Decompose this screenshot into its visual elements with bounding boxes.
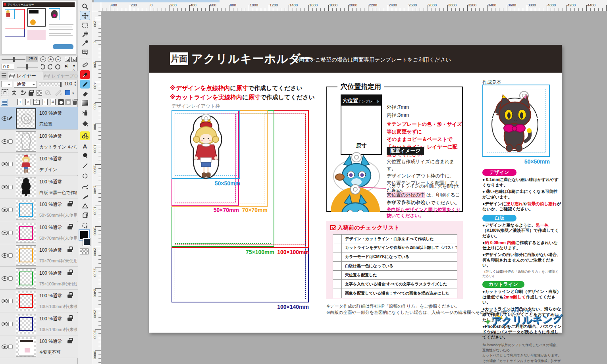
text-tool[interactable]: A bbox=[80, 142, 90, 150]
transfer-to-lower-icon[interactable]: ↓ bbox=[42, 99, 48, 105]
layer-row[interactable]: 100 %通常白版 ※黒一色で作成 bbox=[0, 176, 78, 198]
layer-name[interactable]: 50×50mm枠(未使用) bbox=[39, 212, 77, 218]
layer-visibility-icon[interactable] bbox=[2, 276, 8, 281]
eraser-tool[interactable] bbox=[80, 89, 90, 98]
layer-checkbox[interactable] bbox=[8, 162, 13, 166]
transparent-color-swatch[interactable] bbox=[80, 248, 89, 254]
layer-thumbnail[interactable] bbox=[16, 337, 36, 357]
zoom-out-button[interactable]: − bbox=[40, 56, 46, 62]
delete-layer-icon[interactable] bbox=[71, 99, 78, 106]
layer-checkbox[interactable] bbox=[8, 139, 13, 144]
blend-mode-select[interactable]: 通常 bbox=[14, 81, 37, 88]
new-vector-layer-icon[interactable]: ○ bbox=[25, 99, 31, 105]
layer-visibility-icon[interactable] bbox=[2, 162, 8, 166]
ruler-icon[interactable] bbox=[55, 89, 62, 96]
zoom-slider-handle[interactable] bbox=[13, 57, 15, 62]
background-color-swatch[interactable] bbox=[83, 238, 91, 246]
layer-name[interactable]: 50×70mm枠(未使用) bbox=[39, 235, 77, 241]
layer-edit-target-icon[interactable] bbox=[8, 116, 13, 121]
pen-tool[interactable] bbox=[80, 70, 90, 79]
layer-name[interactable]: デザイン bbox=[39, 167, 77, 173]
checklist-checkbox[interactable] bbox=[333, 235, 342, 243]
opacity-spinner[interactable]: ▲▼ bbox=[74, 81, 77, 87]
checklist-checkbox[interactable] bbox=[333, 271, 342, 279]
layer-row[interactable]: 100 %通常100×100mm枠(未使用) bbox=[0, 290, 78, 312]
layer-visibility-icon[interactable] bbox=[2, 116, 8, 121]
operation-tool[interactable] bbox=[80, 48, 90, 56]
layer-row[interactable]: 100 %通常※変更不可 bbox=[0, 335, 78, 358]
layer-visibility-icon[interactable] bbox=[2, 345, 8, 349]
move-tool[interactable] bbox=[80, 11, 90, 20]
document-page[interactable]: 片面 アクリルキーホルダー ※両面をご希望の場合は両面専用テンプレートをご利用く… bbox=[149, 45, 562, 333]
tab-layer-property[interactable]: レイヤープロパティ bbox=[43, 71, 78, 80]
layer-thumbnail[interactable] bbox=[16, 245, 36, 266]
decoration-tool[interactable] bbox=[80, 131, 90, 140]
layer-visibility-icon[interactable] bbox=[2, 253, 8, 258]
layer-list-view-icon[interactable] bbox=[1, 99, 8, 106]
layer-name[interactable]: ※変更不可 bbox=[39, 349, 77, 355]
layer-checkbox[interactable] bbox=[8, 208, 13, 212]
layer-checkbox[interactable] bbox=[8, 276, 13, 281]
layer-thumbnail[interactable] bbox=[16, 314, 36, 334]
layer-thumbnail[interactable] bbox=[16, 291, 36, 311]
merge-with-lower-icon[interactable]: ⇊ bbox=[50, 99, 56, 105]
layer-visibility-icon[interactable] bbox=[2, 299, 8, 303]
new-folder-icon[interactable]: + bbox=[33, 100, 40, 105]
fit-to-screen-button[interactable] bbox=[71, 57, 77, 62]
layer-color-icon[interactable] bbox=[65, 90, 70, 95]
draw-target-icon[interactable] bbox=[20, 89, 27, 96]
palette-menu-icon[interactable] bbox=[2, 73, 6, 77]
selection-source-icon[interactable] bbox=[2, 89, 8, 96]
apply-mask-icon[interactable] bbox=[65, 99, 71, 105]
perspective-grid-tool[interactable] bbox=[80, 211, 90, 220]
new-raster-layer-icon[interactable]: + bbox=[17, 99, 23, 105]
layer-thumbnail[interactable] bbox=[16, 154, 36, 174]
lock-transparent-pixels-icon[interactable] bbox=[37, 90, 42, 96]
layer-checkbox[interactable] bbox=[8, 185, 13, 189]
layer-visibility-icon[interactable] bbox=[2, 185, 8, 189]
rotate-slider-handle[interactable] bbox=[26, 64, 28, 69]
curve-tool[interactable] bbox=[80, 193, 90, 202]
layer-row[interactable]: 100 %通常50×70mm枠(未使用) bbox=[0, 221, 78, 244]
layer-name[interactable]: 70×70mm枠(未使用) bbox=[39, 258, 77, 264]
palette-color-combo[interactable] bbox=[1, 81, 12, 87]
checklist-checkbox[interactable] bbox=[333, 280, 342, 289]
layer-name[interactable]: 75×100mm枠(未使用) bbox=[39, 281, 77, 287]
layer-row[interactable]: 100 %通常穴位置 bbox=[0, 107, 78, 130]
layer-row[interactable]: 100 %通常70×70mm枠(未使用) bbox=[0, 244, 78, 267]
gradient-tool[interactable] bbox=[80, 98, 90, 107]
opacity-slider[interactable] bbox=[39, 83, 61, 86]
blend-tool[interactable] bbox=[80, 60, 90, 69]
ruler-tool[interactable] bbox=[80, 182, 90, 191]
layer-thumbnail[interactable] bbox=[16, 200, 36, 220]
saturated-line-tool[interactable] bbox=[80, 171, 90, 180]
brush-tool[interactable] bbox=[80, 80, 90, 89]
checklist-checkbox[interactable] bbox=[333, 243, 342, 252]
opacity-slider-handle[interactable] bbox=[60, 82, 62, 87]
checklist-checkbox[interactable] bbox=[333, 262, 342, 270]
rotate-ccw-button[interactable] bbox=[40, 64, 45, 69]
eyedropper-tool[interactable] bbox=[80, 39, 90, 47]
airbrush-tool[interactable] bbox=[80, 108, 90, 117]
selection-tool[interactable] bbox=[80, 21, 90, 29]
tab-layer[interactable]: レイヤー bbox=[8, 71, 43, 80]
layer-thumbnail[interactable] bbox=[16, 223, 36, 243]
layer-name[interactable]: 穴位置 bbox=[39, 121, 77, 127]
layer-visibility-icon[interactable] bbox=[2, 139, 8, 144]
layer-thumbnail[interactable] bbox=[16, 108, 36, 129]
layer-name[interactable]: 100×100mm枠(未使用) bbox=[39, 304, 77, 310]
layer-color-dropdown-icon[interactable]: ▾ bbox=[72, 91, 74, 95]
canvas-area[interactable]: 4002000200400600800100012001400160018002… bbox=[92, 0, 607, 364]
checklist-checkbox[interactable] bbox=[333, 252, 342, 261]
auto-select-tool[interactable] bbox=[80, 30, 90, 39]
zoom-fit-button[interactable]: ▪ bbox=[55, 56, 61, 62]
layer-checkbox[interactable] bbox=[8, 231, 13, 235]
layer-row[interactable]: 100 %通常50×50mm枠(未使用) bbox=[0, 198, 78, 221]
lock-layer-icon[interactable] bbox=[28, 89, 35, 96]
layer-thumbnail[interactable] bbox=[16, 131, 36, 152]
line-tool[interactable] bbox=[80, 161, 90, 170]
rotate-reset-button[interactable] bbox=[55, 64, 60, 69]
flip-horizontal-button[interactable]: ▶| bbox=[65, 64, 68, 68]
clip-to-layer-icon[interactable] bbox=[11, 89, 17, 96]
layer-visibility-icon[interactable] bbox=[2, 231, 8, 235]
